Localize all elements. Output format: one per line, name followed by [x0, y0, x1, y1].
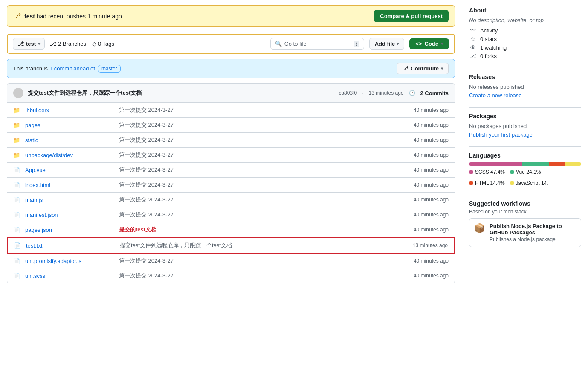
file-name-link[interactable]: .hbuilderx — [25, 107, 119, 114]
commits-link[interactable]: 2 Commits — [420, 90, 449, 96]
workflow-title: Publish Node.js Package to GitHub Packag… — [490, 223, 576, 236]
lang-list-item[interactable]: JavaScript 14. — [510, 180, 548, 186]
file-name-link[interactable]: uni.promisify.adaptor.js — [25, 258, 119, 264]
file-commit-message: 第一次提交 2024-3-27 — [119, 106, 414, 114]
lang-list-item[interactable]: HTML 14.4% — [469, 180, 505, 186]
activity-icon: 〰 — [469, 27, 477, 34]
language-bar — [469, 162, 581, 166]
suggested-subtitle: Based on your tech stack — [469, 209, 581, 215]
file-name-link[interactable]: App.vue — [25, 167, 119, 173]
code-button[interactable]: <> Code ▾ — [409, 38, 449, 49]
file-name-link[interactable]: index.html — [25, 182, 119, 188]
file-commit-message: 第一次提交 2024-3-27 — [119, 151, 414, 159]
file-name-link[interactable]: unpackage/dist/dev — [25, 152, 119, 158]
folder-icon: 📁 — [13, 107, 22, 114]
tags-count-item[interactable]: ◇ 0 Tags — [92, 41, 114, 47]
file-time: 40 minutes ago — [414, 212, 449, 218]
lang-bar-segment — [522, 162, 549, 166]
file-name-link[interactable]: manifest.json — [25, 212, 119, 218]
file-time: 40 minutes ago — [414, 107, 449, 113]
push-banner-rest: had recent pushes 1 minute ago — [35, 13, 122, 20]
file-icon: 📄 — [13, 182, 22, 188]
releases-title: Releases — [469, 73, 581, 80]
star-icon: ☆ — [469, 35, 477, 42]
folder-icon: 📁 — [13, 122, 22, 128]
commit-sha[interactable]: ca803f0 — [339, 90, 357, 96]
sidebar-divider-4 — [469, 195, 581, 195]
contribute-label: Contribute — [411, 65, 439, 72]
commit-count-link[interactable]: 1 commit ahead of — [49, 65, 95, 72]
watching-item[interactable]: 👁 1 watching — [469, 44, 581, 51]
file-commit-message: 第一次提交 2024-3-27 — [119, 257, 414, 265]
file-name-link[interactable]: static — [25, 137, 119, 143]
suggested-title: Suggested workflows — [469, 200, 581, 207]
go-to-file-label: Go to file — [284, 41, 307, 47]
no-packages-text: No packages published — [469, 123, 581, 129]
tags-count: 0 Tags — [98, 41, 114, 47]
file-time: 40 minutes ago — [414, 137, 449, 143]
table-row: 📄uni.scss第一次提交 2024-3-2740 minutes ago — [7, 268, 455, 283]
lang-label: JavaScript 14. — [516, 180, 548, 186]
push-banner-content: ⎇ test had recent pushes 1 minute ago — [13, 12, 122, 20]
packages-title: Packages — [469, 113, 581, 120]
eye-icon: 👁 — [469, 44, 477, 51]
file-icon: 📄 — [13, 197, 22, 203]
stars-count: 0 stars — [480, 36, 497, 42]
file-time: 40 minutes ago — [414, 152, 449, 158]
branch-selector[interactable]: ⎇ test ▾ — [13, 38, 45, 50]
table-row: 📁.hbuilderx第一次提交 2024-3-2740 minutes ago — [7, 103, 455, 118]
contribute-button[interactable]: ⎇ Contribute ▾ — [397, 63, 449, 74]
language-list: SCSS 47.4%Vue 24.1%HTML 14.4%JavaScript … — [469, 169, 581, 186]
sidebar-divider-1 — [469, 68, 581, 68]
tag-icon: ◇ — [92, 41, 96, 47]
go-to-file-input[interactable]: 🔍 Go to file t — [270, 38, 364, 50]
table-row: 📁unpackage/dist/dev第一次提交 2024-3-2740 min… — [7, 148, 455, 163]
file-list: 📁.hbuilderx第一次提交 2024-3-2740 minutes ago… — [7, 103, 455, 283]
file-commit-message: 第一次提交 2024-3-27 — [119, 121, 414, 129]
table-row: 📁pages第一次提交 2024-3-2740 minutes ago — [7, 118, 455, 133]
activity-item[interactable]: 〰 Activity — [469, 27, 581, 34]
stars-item[interactable]: ☆ 0 stars — [469, 35, 581, 42]
lang-list-item[interactable]: SCSS 47.4% — [469, 169, 505, 175]
file-name-link[interactable]: test.txt — [26, 242, 120, 249]
sidebar-divider-3 — [469, 146, 581, 147]
compare-pull-request-button[interactable]: Compare & pull request — [374, 10, 449, 22]
publish-package-link[interactable]: Publish your first package — [469, 131, 533, 138]
workflow-card[interactable]: 📦 Publish Node.js Package to GitHub Pack… — [469, 218, 581, 247]
lang-label: Vue 24.1% — [516, 169, 541, 175]
file-name-link[interactable]: pages.json — [25, 227, 119, 233]
file-time: 40 minutes ago — [414, 197, 449, 203]
clock-icon: 🕐 — [409, 90, 415, 96]
packages-section: Packages No packages published Publish y… — [469, 113, 581, 138]
branches-count: 2 Branches — [58, 41, 86, 47]
fork-icon: ⎇ — [469, 53, 477, 59]
file-icon: 📄 — [13, 258, 22, 264]
push-branch-name: test — [24, 13, 35, 20]
about-description: No description, website, or top — [469, 17, 581, 23]
file-icon: 📄 — [14, 242, 23, 249]
git-branch-icon: ⎇ — [13, 12, 21, 20]
lang-dot — [469, 170, 473, 174]
add-file-button[interactable]: Add file ▾ — [369, 38, 405, 50]
file-name-link[interactable]: uni.scss — [25, 273, 119, 279]
lang-dot — [510, 181, 514, 185]
file-name-link[interactable]: main.js — [25, 197, 119, 203]
file-commit-message: 第一次提交 2024-3-27 — [119, 196, 414, 204]
file-name-link[interactable]: pages — [25, 122, 119, 128]
watching-count: 1 watching — [480, 44, 507, 51]
file-time: 40 minutes ago — [414, 182, 449, 188]
commit-meta: ca803f0 · 13 minutes ago 🕐 2 Commits — [339, 90, 449, 96]
file-commit-message: 第一次提交 2024-3-27 — [119, 272, 414, 280]
lang-dot — [469, 181, 473, 185]
lang-list-item[interactable]: Vue 24.1% — [510, 169, 541, 175]
file-commit-message: 提交的test文档 — [119, 226, 414, 233]
about-section: About No description, website, or top 〰 … — [469, 7, 581, 59]
file-commit-message: 第一次提交 2024-3-27 — [119, 136, 414, 144]
forks-item[interactable]: ⎇ 0 forks — [469, 53, 581, 59]
create-release-link[interactable]: Create a new release — [469, 92, 522, 99]
avatar — [13, 88, 23, 98]
branches-count-item[interactable]: ⎇ 2 Branches — [50, 41, 86, 47]
lang-bar-segment — [565, 162, 581, 166]
branches-icon: ⎇ — [50, 41, 56, 47]
file-time: 40 minutes ago — [414, 167, 449, 173]
